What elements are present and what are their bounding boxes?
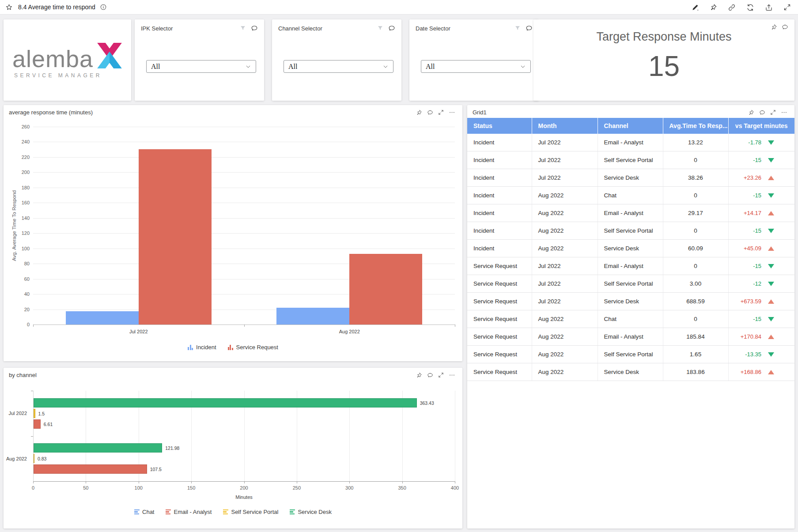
legend-item-chat[interactable]: Chat	[134, 509, 154, 515]
legend-label: Incident	[196, 344, 216, 351]
report-title: 8.4 Average time to respond	[18, 4, 95, 11]
comment-icon[interactable]	[782, 24, 788, 30]
table-row: IncidentJul 2022Self Service Portal0-15	[467, 151, 794, 169]
by-channel-chart-panel: by channel 050100150200250300350400363.4…	[4, 368, 462, 528]
legend-item-self-service-portal[interactable]: Self Service Portal	[223, 509, 278, 515]
comment-icon[interactable]	[251, 25, 258, 32]
legend-item-service-desk[interactable]: Service Desk	[290, 509, 332, 515]
table-cell: 688.59	[663, 293, 728, 310]
bar-service-request-jul-2022[interactable]	[139, 149, 212, 324]
gridline	[33, 127, 455, 127]
bar-self-service-portal-aug-2022[interactable]	[34, 454, 34, 463]
data-grid: StatusMonthChannelAvg.Time To Resp...vs …	[467, 118, 794, 381]
table-cell: Aug 2022	[532, 187, 598, 204]
date-selector-dropdown[interactable]: All	[421, 60, 531, 73]
trend-up-icon	[768, 176, 774, 180]
delta-value: -15	[753, 227, 761, 234]
delta-value: +170.84	[741, 333, 761, 340]
comment-icon[interactable]	[759, 109, 765, 116]
pin-icon[interactable]	[771, 24, 777, 30]
table-row: Service RequestJul 2022Email - Analyst0-…	[467, 257, 794, 275]
legend-label: Service Desk	[298, 509, 332, 515]
x-tick-label: 200	[240, 485, 248, 490]
table-cell: 183.86	[663, 363, 728, 381]
filter-icon[interactable]	[239, 25, 246, 32]
channel-selector-card: Channel Selector All	[272, 19, 401, 101]
pin-icon[interactable]	[748, 109, 754, 116]
table-cell: Jul 2022	[532, 134, 598, 151]
column-header-month[interactable]: Month	[532, 118, 598, 134]
filter-icon[interactable]	[514, 25, 521, 32]
avg-response-chart-panel: average response time (minutes) 02040608…	[4, 105, 462, 361]
column-header-avg-time-to-resp[interactable]: Avg.Time To Resp...	[663, 118, 728, 134]
bar-email-analyst-jul-2022[interactable]	[34, 419, 41, 429]
table-cell: Incident	[467, 187, 532, 204]
table-cell: 60.09	[663, 240, 728, 257]
bar-incident-jul-2022[interactable]	[66, 311, 139, 324]
legend-item-service-request[interactable]: Service Request	[228, 344, 278, 351]
chart-legend: ChatEmail - AnalystSelf Service PortalSe…	[4, 509, 462, 515]
bar-self-service-portal-jul-2022[interactable]	[34, 409, 35, 418]
filter-icon[interactable]	[377, 25, 384, 32]
trend-up-icon	[768, 370, 774, 374]
table-cell-delta: +168.86	[728, 363, 794, 381]
delta-value: +45.09	[744, 245, 761, 252]
bar-incident-aug-2022[interactable]	[276, 308, 349, 324]
bar-email-analyst-aug-2022[interactable]	[34, 464, 147, 474]
alemba-x-icon	[97, 42, 122, 70]
bar-service-desk-jul-2022[interactable]	[34, 398, 417, 407]
export-icon[interactable]	[765, 4, 773, 11]
expand-icon[interactable]	[770, 109, 776, 115]
star-icon[interactable]	[5, 4, 13, 11]
trend-up-icon	[768, 335, 774, 339]
table-cell: Chat	[598, 310, 663, 328]
table-row: Service RequestAug 2022Service Desk183.8…	[467, 363, 794, 381]
x-axis-title: Minutes	[235, 494, 253, 500]
x-tick-label: 50	[83, 485, 88, 490]
column-header-vs-target-minutes[interactable]: vs Target minutes	[728, 118, 794, 134]
trend-down-icon	[768, 158, 774, 162]
bar-value-label: 6.61	[44, 422, 53, 427]
bar-value-label: 121.98	[165, 445, 179, 451]
legend-item-incident[interactable]: Incident	[188, 344, 216, 351]
info-icon[interactable]	[100, 4, 107, 11]
comment-icon[interactable]	[526, 25, 533, 32]
x-tick-label: 150	[187, 485, 195, 490]
table-cell: Chat	[598, 187, 663, 204]
bar-service-desk-aug-2022[interactable]	[34, 443, 162, 453]
edit-icon[interactable]	[691, 4, 699, 11]
expand-icon[interactable]	[783, 4, 791, 11]
table-cell: 0	[663, 151, 728, 169]
table-cell: Aug 2022	[532, 222, 598, 240]
channel-selector-dropdown[interactable]: All	[284, 60, 393, 73]
legend-item-email-analyst[interactable]: Email - Analyst	[166, 509, 212, 515]
column-header-status[interactable]: Status	[467, 118, 532, 134]
y-tick-label: 0	[12, 322, 30, 327]
delta-value: +168.86	[741, 369, 761, 375]
table-cell: Aug 2022	[532, 310, 598, 328]
column-header-channel[interactable]: Channel	[598, 118, 663, 134]
comment-icon[interactable]	[388, 25, 395, 32]
axis-tick	[31, 391, 33, 391]
table-row: IncidentAug 2022Self Service Portal0-15	[467, 222, 794, 240]
table-cell: 0	[663, 222, 728, 240]
bar-chart-icon	[223, 509, 228, 515]
pin-icon[interactable]	[710, 4, 717, 11]
y-tick-label: 240	[12, 139, 30, 144]
y-axis-title: Avg. Average Time To Respond	[11, 190, 17, 261]
refresh-icon[interactable]	[746, 4, 754, 11]
table-row: IncidentAug 2022Chat0-15	[467, 187, 794, 204]
table-cell: Jul 2022	[532, 151, 598, 169]
ipk-selector-dropdown[interactable]: All	[146, 60, 256, 73]
bar-service-request-aug-2022[interactable]	[349, 254, 422, 324]
link-icon[interactable]	[728, 4, 736, 11]
table-cell-delta: -12	[728, 275, 794, 293]
table-cell-delta: +23.26	[728, 169, 794, 187]
table-cell: Incident	[467, 222, 532, 240]
more-icon[interactable]	[781, 109, 787, 116]
table-cell: Incident	[467, 134, 532, 151]
top-bar: 8.4 Average time to respond	[0, 0, 798, 15]
table-row: Service RequestAug 2022Chat0-15	[467, 310, 794, 328]
y-tick-label: 200	[12, 170, 30, 175]
table-cell: Incident	[467, 240, 532, 257]
